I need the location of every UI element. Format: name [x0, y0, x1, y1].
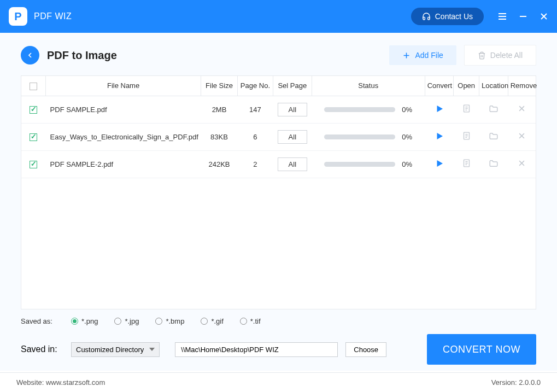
svg-marker-15 — [437, 133, 443, 139]
table-header-row: File Name File Size Page No. Sel Page St… — [21, 76, 536, 96]
format-radio-gif[interactable]: *.gif — [201, 317, 223, 325]
file-name-cell: Easy_Ways_to_Electronically_Sign_a_PDF.p… — [46, 123, 201, 150]
radio-icon — [155, 318, 162, 325]
progress-pct: 0% — [402, 106, 412, 114]
chevron-down-icon — [149, 348, 155, 351]
progress-bar — [324, 134, 395, 139]
page-header: PDF to Image Add File Delete All — [21, 45, 536, 66]
file-size-cell: 83KB — [201, 123, 238, 150]
status-cell: 0% — [314, 106, 423, 114]
location-button[interactable] — [489, 104, 499, 114]
app-logo: P — [9, 7, 27, 26]
col-convert: Convert — [425, 76, 454, 96]
footer: Website: www.starzsoft.com Version: 2.0.… — [0, 372, 557, 392]
file-size-cell: 2MB — [201, 96, 238, 123]
delete-all-button[interactable]: Delete All — [464, 45, 536, 66]
website-link[interactable]: www.starzsoft.com — [46, 378, 105, 387]
page-no-cell: 6 — [237, 123, 273, 150]
content-area: PDF to Image Add File Delete All File Na… — [0, 33, 557, 371]
app-name: PDF WIZ — [34, 11, 72, 21]
directory-mode-value: Customized Directory — [76, 346, 144, 354]
convert-button[interactable] — [435, 134, 444, 143]
row-checkbox[interactable] — [30, 133, 37, 141]
convert-button[interactable] — [435, 162, 444, 170]
progress-bar — [324, 162, 395, 167]
format-radio-jpg[interactable]: *.jpg — [114, 317, 139, 325]
table-row: PDF SAMPLE.pdf2MB147All0% — [21, 96, 536, 123]
progress-pct: 0% — [402, 133, 412, 141]
col-file-size: File Size — [201, 76, 238, 96]
row-checkbox[interactable] — [30, 161, 37, 168]
arrow-left-icon — [26, 51, 34, 60]
convert-now-button[interactable]: CONVERT NOW — [427, 334, 536, 365]
close-button[interactable] — [540, 12, 548, 21]
convert-button[interactable] — [435, 107, 444, 115]
add-file-label: Add File — [415, 51, 443, 60]
directory-mode-select[interactable]: Customized Directory — [71, 342, 160, 357]
col-page-no: Page No. — [237, 76, 273, 96]
back-button[interactable] — [21, 46, 39, 65]
sel-page-button[interactable]: All — [278, 157, 307, 171]
location-button[interactable] — [489, 131, 499, 141]
format-radio-group: *.png*.jpg*.bmp*.gif*.tif — [71, 317, 261, 325]
contact-us-label: Contact Us — [435, 12, 473, 21]
radio-label: *.png — [81, 317, 98, 325]
minimize-button[interactable] — [519, 12, 527, 21]
menu-button[interactable] — [498, 12, 507, 21]
table-row: PDF SAMPLE-2.pdf242KB2All0% — [21, 150, 536, 178]
open-button[interactable] — [462, 131, 471, 141]
svg-marker-8 — [437, 106, 443, 112]
radio-icon — [114, 318, 121, 325]
file-name-cell: PDF SAMPLE.pdf — [46, 96, 201, 123]
remove-button[interactable] — [518, 159, 526, 167]
radio-label: *.jpg — [125, 317, 139, 325]
remove-button[interactable] — [518, 132, 526, 140]
location-button[interactable] — [489, 159, 499, 168]
format-radio-bmp[interactable]: *.bmp — [155, 317, 184, 325]
select-all-checkbox[interactable] — [30, 83, 37, 90]
choose-folder-button[interactable]: Choose — [345, 342, 386, 357]
file-size-cell: 242KB — [201, 150, 238, 178]
col-remove: Remove — [508, 76, 536, 96]
version-label: Version: — [491, 378, 517, 387]
format-radio-tif[interactable]: *.tif — [240, 317, 261, 325]
output-controls: Saved as: *.png*.jpg*.bmp*.gif*.tif Save… — [21, 317, 536, 365]
headset-icon — [422, 12, 431, 21]
radio-icon — [240, 318, 247, 325]
radio-label: *.bmp — [166, 317, 184, 325]
saved-as-label: Saved as: — [21, 317, 71, 325]
radio-icon — [201, 318, 208, 325]
delete-all-label: Delete All — [490, 51, 523, 60]
output-path-field[interactable]: \\Mac\Home\Desktop\PDF WIZ — [175, 342, 338, 357]
add-file-button[interactable]: Add File — [389, 45, 456, 65]
progress-bar — [324, 107, 395, 112]
page-no-cell: 2 — [237, 150, 273, 178]
titlebar: P PDF WIZ Contact Us — [0, 0, 557, 33]
remove-button[interactable] — [518, 104, 526, 113]
open-button[interactable] — [462, 104, 471, 113]
radio-label: *.gif — [211, 317, 223, 325]
row-checkbox[interactable] — [30, 106, 37, 114]
page-no-cell: 147 — [237, 96, 273, 123]
status-cell: 0% — [314, 160, 423, 168]
col-sel-page: Sel Page — [273, 76, 312, 96]
col-status: Status — [312, 76, 425, 96]
contact-us-button[interactable]: Contact Us — [411, 8, 484, 25]
progress-pct: 0% — [402, 160, 412, 168]
plus-icon — [402, 51, 411, 60]
website-label: Website: — [16, 378, 44, 387]
page-title: PDF to Image — [47, 49, 117, 62]
col-file-name: File Name — [46, 76, 201, 96]
file-table: File Name File Size Page No. Sel Page St… — [21, 75, 536, 309]
sel-page-button[interactable]: All — [278, 130, 307, 144]
sel-page-button[interactable]: All — [278, 103, 307, 116]
svg-marker-22 — [437, 160, 443, 167]
saved-in-label: Saved in: — [21, 344, 71, 354]
format-radio-png[interactable]: *.png — [71, 317, 98, 325]
file-name-cell: PDF SAMPLE-2.pdf — [46, 150, 201, 178]
radio-label: *.tif — [250, 317, 261, 325]
col-open: Open — [454, 76, 479, 96]
status-cell: 0% — [314, 133, 423, 141]
col-location: Location — [479, 76, 508, 96]
open-button[interactable] — [462, 159, 471, 168]
